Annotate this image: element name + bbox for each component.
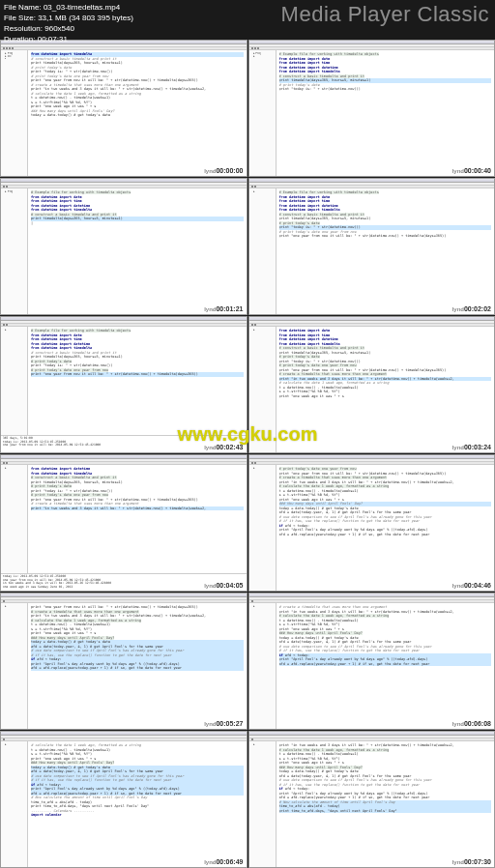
timestamp: lynd00:07:30 [452, 858, 491, 865]
filesize-label: File Size: [4, 14, 36, 22]
code-editor: # Example file for working with timedelt… [28, 188, 247, 314]
file-info-block: File Name: 03_03-timedeltas.mp4 File Siz… [4, 2, 133, 44]
duration-label: Duration: [4, 35, 35, 43]
code-editor: # calculate the date 1 week ago, formatt… [28, 741, 247, 867]
thumbnail: ▸ # Example file for working with timede… [248, 178, 496, 315]
code-editor: # Example file for working with timedelt… [28, 327, 247, 435]
thumbnail: ▸ # create a timedelta that uses more th… [248, 593, 496, 730]
thumbnail: ▸ # print today's date one year from now… [248, 454, 496, 592]
center-watermark: www.cgku.com [178, 423, 318, 446]
code-editor: # create a timedelta that uses more than… [277, 603, 495, 729]
timestamp: lynd00:04:05 [204, 582, 243, 589]
project-sidebar: ▸ [249, 603, 277, 729]
code-editor: print "in two weeks and 3 days it will b… [277, 741, 495, 867]
thumbnail: ▸ Proj ▸ src • from datetime import time… [0, 40, 248, 177]
project-sidebar: ▸ Proj ▸ [249, 50, 277, 176]
thumbnail: ▸ print "one year from now it will be: "… [0, 593, 248, 730]
filename-value: 03_03-timedeltas.mp4 [44, 3, 120, 12]
timestamp: lynd00:01:21 [204, 305, 243, 312]
thumbnail: ▸ print "in two weeks and 3 days it will… [248, 731, 496, 868]
project-sidebar: ▸ [1, 603, 28, 729]
timestamp: lynd00:02:02 [452, 305, 491, 312]
timestamp: lynd00:06:49 [204, 858, 243, 865]
project-sidebar: ▸ [249, 465, 277, 591]
thumbnail: ▸ Proj # Example file for working with t… [0, 178, 248, 315]
timestamp: lynd00:06:08 [452, 720, 491, 727]
watermark-text: Media Player Classic [281, 2, 489, 27]
project-sidebar: ▸ [249, 188, 277, 314]
timestamp: lynd00:00:40 [452, 167, 491, 174]
resolution-label: Resolution: [4, 24, 43, 33]
thumbnail: ▸ Proj ▸ # Example file for working with… [248, 40, 496, 177]
resolution-value: 960x540 [44, 24, 74, 33]
code-editor: # print today's date one year from now p… [277, 465, 495, 591]
code-editor: # Example file for working with timedelt… [277, 188, 495, 314]
timestamp: lynd00:04:46 [452, 582, 491, 589]
project-sidebar: ▸ Proj [1, 188, 28, 314]
timestamp: lynd00:00:00 [204, 167, 243, 174]
code-editor: # Example file for working with timedelt… [277, 50, 495, 176]
timestamp: lynd00:05:27 [204, 720, 243, 727]
thumbnail: ▸ from datetime import datetime from dat… [0, 454, 248, 592]
filesize-value: 33,1 MB (34 803 395 bytes) [38, 14, 133, 22]
project-sidebar: ▸ [1, 465, 28, 573]
timestamp: lynd00:03:24 [452, 444, 491, 450]
code-editor: from datetime import timedelta # constru… [28, 50, 247, 176]
project-sidebar: ▸ [1, 741, 28, 867]
thumbnail: ▸ # calculate the date 1 week ago, forma… [0, 731, 248, 868]
project-sidebar: ▸ [1, 327, 28, 435]
project-sidebar: ▸ [249, 741, 277, 867]
thumbnail-grid: ▸ Proj ▸ src • from datetime import time… [0, 40, 495, 868]
project-sidebar: ▸ Proj ▸ src • [1, 50, 28, 176]
code-editor: from datetime import datetime from datet… [28, 465, 247, 573]
filename-label: File Name: [4, 3, 42, 12]
duration-value: 00:07:31 [38, 35, 68, 43]
code-editor: print "one year from now it will be: " +… [28, 603, 247, 729]
